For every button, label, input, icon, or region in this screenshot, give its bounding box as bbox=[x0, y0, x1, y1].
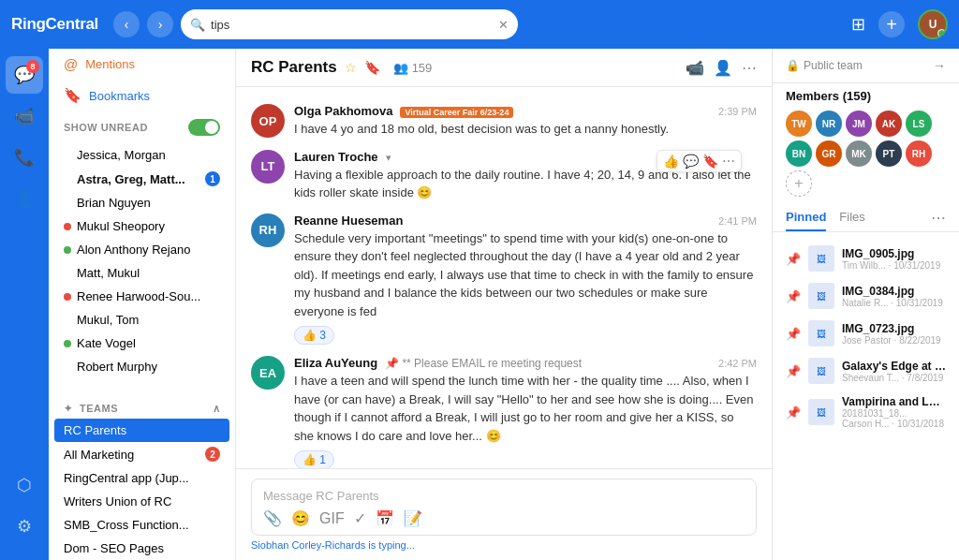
dm-item-kate[interactable]: Kate Vogel bbox=[49, 332, 235, 355]
add-button[interactable]: + bbox=[878, 11, 905, 37]
topbar-right-actions: ⊞ + U bbox=[851, 9, 948, 39]
message-item: OP Olga Pakhomova Virtual Career Fair 6/… bbox=[251, 98, 757, 144]
sidebar-item-contacts[interactable]: 👤 bbox=[6, 180, 43, 217]
file-meta: Tim Wilb... · 10/31/2019 bbox=[842, 260, 946, 271]
dm-item-matt-mukul[interactable]: Matt, Mukul bbox=[49, 261, 235, 285]
reply-action-icon[interactable]: 💬 bbox=[683, 154, 699, 169]
file-thumbnail: 🖼 bbox=[808, 399, 834, 425]
teams-header-label: ✦ TEAMS bbox=[64, 403, 118, 415]
team-item-rc-parents[interactable]: RC Parents bbox=[54, 419, 229, 442]
topbar: RingCentral ‹ › 🔍 ✕ ⊞ + U bbox=[0, 0, 959, 49]
team-item-smb[interactable]: SMB_Cross Function... bbox=[49, 513, 235, 537]
like-action-icon[interactable]: 👍 bbox=[663, 154, 679, 169]
team-item-all-marketing[interactable]: All Marketing 2 bbox=[49, 442, 235, 466]
gif-icon[interactable]: GIF bbox=[319, 510, 345, 527]
task-icon[interactable]: ✓ bbox=[354, 509, 366, 527]
show-unread-toggle[interactable] bbox=[188, 119, 220, 136]
message-body: Reanne Hueseman 2:41 PM Schedule very im… bbox=[294, 214, 757, 346]
file-thumbnail: 🖼 bbox=[808, 358, 834, 384]
dm-item-mukul[interactable]: Mukul Sheopory bbox=[49, 214, 235, 238]
dm-item-astra-greg[interactable]: Astra, Greg, Matt... 1 bbox=[49, 167, 235, 191]
add-member-icon[interactable]: 👤 bbox=[714, 59, 732, 77]
status-dot bbox=[64, 340, 71, 347]
member-avatar: JM bbox=[846, 111, 872, 137]
nav-back-button[interactable]: ‹ bbox=[113, 11, 140, 37]
right-panel: 🔒 Public team → Members (159) TW NR JM A… bbox=[772, 49, 959, 560]
note-icon[interactable]: 📝 bbox=[404, 509, 422, 527]
pinned-file-item[interactable]: 📌 🖼 Galaxy's Edge at D... Sheevaun T... … bbox=[773, 352, 959, 390]
message-reaction[interactable]: 👍 1 bbox=[294, 450, 334, 468]
status-dot bbox=[64, 293, 71, 301]
tab-files[interactable]: Files bbox=[839, 204, 864, 231]
message-author: Reanne Hueseman bbox=[294, 214, 403, 228]
pinned-file-item[interactable]: 📌 🖼 IMG_0384.jpg Natalie R... · 10/31/20… bbox=[773, 277, 959, 315]
nav-forward-button[interactable]: › bbox=[147, 11, 173, 37]
message-header: Olga Pakhomova Virtual Career Fair 6/23-… bbox=[294, 104, 757, 118]
calendar-icon[interactable]: 📅 bbox=[376, 509, 394, 527]
main-layout: 💬 8 📹 📞 👤 ⬡ ⚙ @ Mentions 🔖 Bookma bbox=[0, 49, 959, 560]
teams-list: RC Parents All Marketing 2 RingCentral a… bbox=[49, 419, 235, 560]
people-icon: 👥 bbox=[393, 61, 408, 75]
team-item-writers[interactable]: Writers Union of RC bbox=[49, 490, 235, 513]
dm-item-renee[interactable]: Renee Harwood-Sou... bbox=[49, 285, 235, 308]
message-author: Eliza AuYeung bbox=[294, 356, 377, 370]
attachment-icon[interactable]: 📎 bbox=[263, 509, 282, 527]
bookmarks-label: Bookmarks bbox=[89, 89, 150, 103]
dm-item-jessica-morgan[interactable]: Jessica, Morgan bbox=[49, 143, 235, 167]
file-name: Galaxy's Edge at D... bbox=[842, 360, 946, 373]
show-unread-row: SHOW UNREAD bbox=[49, 111, 235, 143]
unread-badge: 2 bbox=[205, 447, 220, 462]
message-reaction[interactable]: 👍 3 bbox=[294, 326, 334, 345]
member-avatar: LS bbox=[906, 111, 932, 137]
pinned-file-item[interactable]: 📌 🖼 IMG_0723.jpg Jose Pastor · 8/22/2019 bbox=[773, 315, 959, 352]
input-toolbar: 📎 😊 GIF ✓ 📅 📝 bbox=[263, 504, 745, 527]
star-icon[interactable]: ☆ bbox=[345, 60, 357, 75]
tab-pinned[interactable]: Pinned bbox=[786, 204, 826, 231]
status-dot bbox=[64, 152, 71, 159]
sidebar-item-video[interactable]: 📹 bbox=[6, 97, 43, 135]
more-options-icon[interactable]: ⋯ bbox=[742, 59, 757, 77]
pinned-file-item[interactable]: 📌 🖼 IMG_0905.jpg Tim Wilb... · 10/31/201… bbox=[773, 240, 959, 277]
lock-icon: 🔒 bbox=[786, 59, 800, 72]
mentions-label: Mentions bbox=[85, 57, 135, 71]
teams-collapse-icon[interactable]: ∧ bbox=[213, 403, 221, 415]
user-avatar[interactable]: U bbox=[918, 9, 948, 39]
grid-icon-button[interactable]: ⊞ bbox=[851, 14, 865, 35]
file-thumbnail: 🖼 bbox=[808, 320, 834, 346]
right-panel-arrow[interactable]: → bbox=[933, 58, 946, 73]
dm-name: Renee Harwood-Sou... bbox=[77, 289, 220, 303]
team-item-dom[interactable]: Dom - SEO Pages bbox=[49, 537, 235, 560]
add-member-button[interactable]: + bbox=[786, 170, 812, 197]
tabs-more-icon[interactable]: ⋯ bbox=[931, 209, 946, 227]
dm-name: Robert Murphy bbox=[77, 360, 157, 374]
dm-item-mukul-tom[interactable]: Mukul, Tom bbox=[49, 308, 235, 332]
bookmarks-item[interactable]: 🔖 Bookmarks bbox=[49, 80, 235, 111]
search-clear-icon[interactable]: ✕ bbox=[498, 18, 509, 32]
status-dot bbox=[64, 317, 71, 324]
dm-item-robert[interactable]: Robert Murphy bbox=[49, 355, 235, 378]
sidebar-item-phone[interactable]: 📞 bbox=[6, 139, 43, 176]
apps-icon: ⬡ bbox=[17, 475, 32, 495]
sidebar-item-settings[interactable]: ⚙ bbox=[6, 508, 43, 545]
video-call-icon[interactable]: 📹 bbox=[686, 59, 704, 77]
search-input[interactable] bbox=[211, 18, 493, 32]
mentions-item[interactable]: @ Mentions bbox=[49, 49, 235, 80]
bookmark-action-icon[interactable]: 🔖 bbox=[702, 154, 718, 169]
contacts-icon: 👤 bbox=[14, 188, 35, 209]
file-info: IMG_0723.jpg Jose Pastor · 8/22/2019 bbox=[842, 322, 946, 346]
dm-item-alon[interactable]: Alon Anthony Rejano bbox=[49, 238, 235, 261]
message-input-box: 📎 😊 GIF ✓ 📅 📝 bbox=[251, 479, 757, 536]
more-action-icon[interactable]: ⋯ bbox=[722, 154, 735, 169]
dm-item-brian[interactable]: Brian Nguyen bbox=[49, 191, 235, 214]
avatar: RH bbox=[251, 214, 285, 247]
pinned-file-item[interactable]: 📌 🖼 Vampirina and LO... 20181031_18... C… bbox=[773, 390, 959, 435]
chat-header-actions: 📹 👤 ⋯ bbox=[686, 59, 757, 77]
member-avatar: PT bbox=[876, 140, 902, 167]
sidebar-item-messages[interactable]: 💬 8 bbox=[6, 56, 43, 94]
team-name: RingCentral app (Jup... bbox=[64, 471, 220, 485]
emoji-icon[interactable]: 😊 bbox=[291, 509, 310, 527]
sidebar-item-apps[interactable]: ⬡ bbox=[6, 466, 43, 504]
message-input[interactable] bbox=[263, 489, 745, 503]
bookmark-icon[interactable]: 🔖 bbox=[364, 60, 380, 75]
team-item-ringcentral[interactable]: RingCentral app (Jup... bbox=[49, 466, 235, 490]
